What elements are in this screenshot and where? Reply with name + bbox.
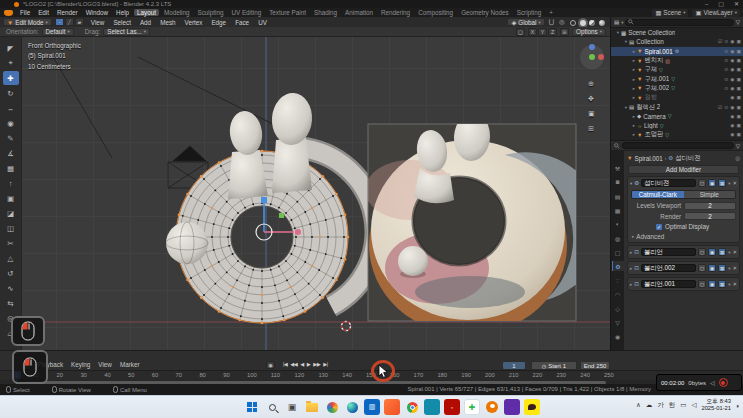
camera-icon[interactable]: ▣ [736,58,741,63]
timeline-menu-keying[interactable]: Keying [71,361,90,368]
eye-icon[interactable]: ◉ [730,39,734,44]
add-workspace-button[interactable]: + [546,9,556,17]
move-tool[interactable]: ✚ [3,71,19,85]
options-dropdown[interactable]: Options ▾ [572,28,606,36]
workspace-tab-scripting[interactable]: Scripting [514,9,545,16]
eye-icon[interactable]: ◉ [730,95,734,100]
rendered-shading-icon[interactable] [599,20,605,26]
edge-select-button[interactable]: ╱ [65,18,74,26]
menu-edit[interactable]: Edit [34,9,53,16]
optimal-display-row[interactable]: ✓ Optimal Display [656,222,736,231]
viewport-menu-view[interactable]: View [87,19,109,26]
outliner-item-컬렉션-2[interactable]: ▾▤컬렉션 2☑⊙◉▣ [611,102,743,111]
extras-dropdown-icon[interactable]: ▾ [728,266,730,271]
pin-icon[interactable]: ◎ [735,155,740,161]
camera-icon[interactable]: ▣ [736,39,741,44]
frame-start-field[interactable]: ◷ Start1 [531,361,577,370]
navigation-gizmo[interactable] [580,45,604,69]
extras-dropdown-icon[interactable]: ▾ [728,250,730,255]
wireframe-shading-icon[interactable] [570,20,576,26]
vertex-select-button[interactable]: ∙ [55,18,64,26]
eye-icon[interactable]: ◉ [730,67,734,72]
properties-tab-material[interactable]: ◉ [612,331,624,341]
rotate-tool[interactable]: ↻ [3,86,19,100]
minimize-button[interactable]: – [705,0,708,8]
drag-setting-dropdown[interactable]: Select Las... ▾ [103,28,150,36]
camera-icon[interactable]: ▣ [736,86,741,91]
snap-magnet-icon[interactable]: ⋃ [548,18,555,26]
reference-image[interactable] [365,112,603,335]
task-view-button[interactable]: ▣ [284,399,300,415]
filter-icon[interactable]: ▽ [736,19,740,25]
selectable-icon[interactable]: ⊙ [724,49,728,54]
current-frame-field[interactable]: 1 [502,361,526,370]
edit-mode-toggle-icon[interactable]: ▢ [698,264,706,272]
workspace-tab-uv-editing[interactable]: UV Editing [228,9,264,16]
expand-icon[interactable]: ▾ [630,181,632,186]
loop-cut-tool[interactable]: ◫ [3,221,19,235]
checkbox-icon[interactable]: ☑ [718,39,722,44]
clock[interactable]: 오후 8:43 2025-01-21 [701,398,731,412]
boolean-modifier-header[interactable]: ▸⊡불리언.001▢▣▦▾✕ [630,279,737,289]
checkbox-icon[interactable]: ☑ [718,105,722,110]
outliner-item-구체-002[interactable]: ▸▼구체.002▽⊙◉▣ [611,84,743,93]
close-button[interactable]: ✕ [734,0,739,8]
close-icon[interactable]: ✕ [732,249,737,255]
camera-icon[interactable]: ▣ [736,132,741,137]
annotate-tool[interactable]: ✎ [3,131,19,145]
camera-icon[interactable]: ▣ [736,67,741,72]
close-icon[interactable]: ✕ [732,265,737,271]
add-modifier-button[interactable]: Add Modifier [628,165,739,174]
viewport-menu-add[interactable]: Add [136,19,155,26]
mirror-icon[interactable]: ▢ [516,28,525,36]
viewport-menu-vertex[interactable]: Vertex [181,19,207,26]
viewport-menu-select[interactable]: Select [109,19,135,26]
outliner-item-벤치지[interactable]: ▸▼벤치지▨⊙◉▣ [611,56,743,65]
knife-tool[interactable]: ✂ [3,236,19,250]
eye-icon[interactable]: ◉ [730,132,734,137]
photos-icon[interactable] [324,399,340,415]
jump-to-end-button[interactable]: ▶| [323,361,327,367]
muted-speaker-icon[interactable]: ◁ [710,379,715,386]
subdivision-type-catmull-clark[interactable]: Catmull-Clark [632,191,684,198]
workspace-tab-rendering[interactable]: Rendering [378,9,413,16]
menu-file[interactable]: File [16,9,34,16]
outliner-item-light[interactable]: ▸☼Light▽◉▣ [611,121,743,130]
mirror-axis-y[interactable]: Y [538,28,547,36]
blender-menu-icon[interactable] [4,10,13,16]
workspace-tab-shading[interactable]: Shading [311,9,340,16]
smooth-tool[interactable]: ∿ [3,281,19,295]
edit-mode-toggle-icon[interactable]: ▢ [698,248,706,256]
store-icon[interactable]: ▥ [364,399,380,415]
transform-orientation-dropdown[interactable]: ◈ Global ▾ [507,18,544,26]
properties-tab-render[interactable]: ◙ [612,177,624,187]
modifier-name-field[interactable]: 불리언 [641,248,696,256]
file-explorer-icon[interactable] [304,399,320,415]
mode-dropdown[interactable]: ▼ Edit Mode ▾ [3,18,52,26]
eye-icon[interactable]: ◉ [730,58,734,63]
ime-korean-a[interactable]: 가 [657,401,664,410]
proportional-edit-icon[interactable]: ◎ [558,18,566,26]
edge-icon[interactable] [344,399,360,415]
menu-render[interactable]: Render [53,9,82,16]
modifier-name-field[interactable]: 불리언.001 [641,280,696,288]
properties-tab-tool[interactable]: ⚒ [612,163,624,173]
properties-tab-particles[interactable]: ∵ [612,275,624,285]
expand-icon[interactable]: ▸ [630,266,632,271]
outliner-item-collection[interactable]: ▾▤Collection☑⊙◉▣ [611,37,743,46]
extrude-tool[interactable]: ↑ [3,176,19,190]
start-button[interactable] [244,399,260,415]
workspace-tab-texture-paint[interactable]: Texture Paint [266,9,309,16]
camera-icon[interactable]: ▣ [736,95,741,100]
expand-icon[interactable]: ▸ [630,250,632,255]
render-toggle-icon[interactable]: ▦ [718,280,726,288]
camera-icon[interactable]: ▣ [736,49,741,54]
filter-icon[interactable]: ▽ [736,143,740,149]
poly-build-tool[interactable]: △ [3,251,19,265]
realtime-toggle-icon[interactable]: ▣ [708,264,716,272]
camera-icon[interactable]: ▣ [736,123,741,128]
properties-tab-modifiers[interactable]: ⚙ [612,261,624,271]
measure-tool[interactable]: ∡ [3,146,19,160]
camera-icon[interactable]: ▣ [736,105,741,110]
outliner-item-구체-001[interactable]: ▸▼구체.001▽⊙◉▣ [611,74,743,83]
